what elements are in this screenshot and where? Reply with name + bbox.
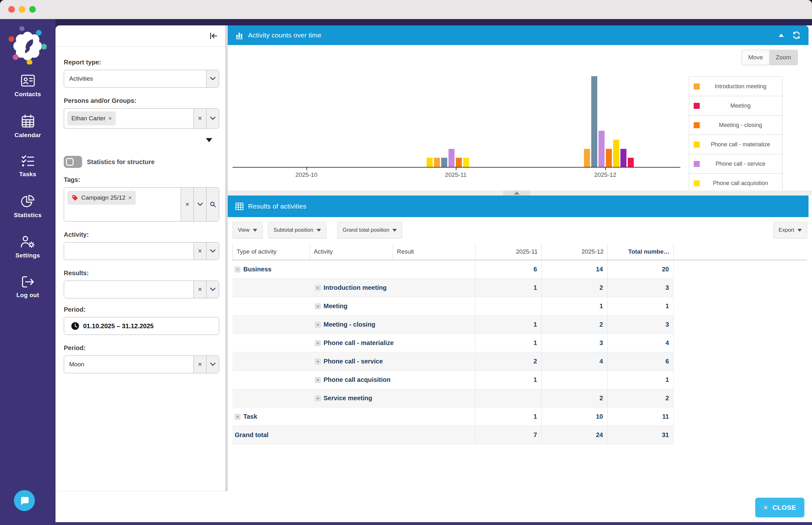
sidebar-item-calendar[interactable]: Calendar [0,114,56,139]
column-header[interactable]: 2025-11 [475,243,542,260]
legend-swatch [694,141,700,148]
table-row[interactable]: +Task11011 [233,408,674,426]
chart-bar[interactable] [441,158,447,167]
chart-bar[interactable] [434,158,440,167]
column-header[interactable]: Total numbe… [608,243,674,260]
table-row[interactable]: Grand total72431 [233,426,674,445]
chart-bar[interactable] [606,149,612,167]
legend-item[interactable]: Phone call acquisition [689,174,782,191]
chart-bar[interactable] [584,149,590,167]
chart-bar[interactable] [449,149,454,167]
window-minimize-icon[interactable] [19,6,25,13]
chevron-down-icon[interactable] [206,70,219,87]
column-header[interactable]: 2025-12 [542,243,608,260]
legend-item[interactable]: Meeting - closing [689,116,782,135]
chevron-down-icon[interactable] [206,356,219,373]
chevron-down-icon[interactable] [206,108,219,128]
expand-row-icon[interactable]: + [315,359,321,364]
refresh-icon[interactable] [792,31,801,40]
table-row[interactable]: +Introduction meeting123 [233,279,674,297]
table-row[interactable]: +Meeting - closing123 [233,315,674,334]
chart-bar[interactable] [591,76,597,167]
persons-multiselect[interactable]: Ethan Carter × × [64,108,219,129]
panel-splitter-horizontal[interactable] [228,191,812,196]
search-icon[interactable] [206,188,219,221]
person-chip[interactable]: Ethan Carter × [67,111,116,125]
chevron-down-icon[interactable] [206,281,219,298]
expand-row-icon[interactable]: + [315,322,321,328]
chat-button[interactable] [14,490,35,511]
chevron-down-icon[interactable] [193,188,206,221]
chart-zoom-button[interactable]: Zoom [769,50,797,65]
expand-row-icon[interactable]: + [315,285,321,291]
chart-bar[interactable] [621,149,626,167]
legend-item[interactable]: Phone call - materialize [689,135,782,154]
legend-swatch [694,180,700,186]
chart-bar[interactable] [427,158,433,167]
tags-multiselect[interactable]: Campaign 25/12 × × [64,187,219,222]
column-header[interactable]: Type of activity [233,243,310,260]
table-row[interactable]: +Service meeting22 [233,389,674,408]
legend-item[interactable]: Meeting [689,96,782,116]
tag-chip[interactable]: Campaign 25/12 × [67,191,136,205]
table-row[interactable]: −Business61420 [233,260,674,279]
chart-bar[interactable] [628,158,634,167]
clear-icon[interactable]: × [193,356,206,373]
sidebar-item-logout[interactable]: Log out [0,275,56,299]
expand-row-icon[interactable]: + [315,303,321,309]
row-value-cell: 6 [608,352,674,371]
chart-bar[interactable] [598,131,605,167]
legend-item[interactable]: Introduction meeting [689,77,782,96]
results-select[interactable]: × [64,281,219,298]
report-type-select[interactable]: Activities [64,70,219,88]
row-name-cell: +Introduction meeting [233,279,475,297]
chart-move-button[interactable]: Move [742,50,769,65]
table-row[interactable]: +Phone call - materialize134 [233,334,674,352]
results-label: Results: [64,269,219,277]
column-header[interactable]: Activity [310,243,393,260]
table-row[interactable]: +Phone call - service246 [233,352,674,371]
sidebar-item-tasks[interactable]: Tasks [0,154,56,178]
period-range-field[interactable]: 01.10.2025 – 31.12.2025 [64,317,219,335]
expand-more-row[interactable] [64,138,219,143]
table-row[interactable]: +Meeting11 [233,297,674,315]
chip-remove-icon[interactable]: × [128,195,131,201]
window-maximize-icon[interactable] [29,6,36,13]
sidebar-item-contacts[interactable]: Contacts [0,74,56,98]
clear-icon[interactable]: × [193,281,206,298]
splitter-collapse-tab[interactable] [503,191,530,196]
chevron-down-icon[interactable] [206,242,219,260]
expand-row-icon[interactable]: + [315,340,321,346]
period-select[interactable]: Moon × [64,356,219,373]
expand-row-icon[interactable]: + [315,377,321,383]
contacts-icon [20,74,35,88]
column-header[interactable]: Result [393,243,475,260]
panel-splitter-vertical[interactable] [225,25,228,491]
app-logo[interactable] [9,26,47,64]
chart-bar[interactable] [613,140,619,167]
table-row[interactable]: +Phone call acquisition11 [233,371,674,389]
activity-select[interactable]: × [64,242,219,260]
window-close-icon[interactable] [8,6,15,13]
structure-toggle[interactable] [64,156,82,168]
subtotal-position-button[interactable]: Subtotal position [268,222,326,238]
close-button[interactable]: × CLOSE [755,498,805,518]
expand-row-icon[interactable]: + [315,395,321,401]
collapse-panel-icon[interactable] [209,31,218,41]
chip-remove-icon[interactable]: × [108,115,112,122]
chart-bar[interactable] [463,158,469,167]
collapse-row-icon[interactable]: − [235,267,240,272]
collapse-widget-icon[interactable] [779,34,784,37]
chart-bar[interactable] [456,158,462,167]
legend-item[interactable]: Phone call - service [689,154,782,174]
expand-row-icon[interactable]: + [235,414,240,420]
sidebar-item-settings[interactable]: Settings [0,235,56,259]
clear-icon[interactable]: × [193,242,206,260]
grand-total-position-button[interactable]: Grand total position [337,222,402,238]
export-button[interactable]: Export [773,222,807,238]
view-button[interactable]: View [233,222,263,238]
clear-icon[interactable]: × [181,188,193,221]
sidebar-item-statistics[interactable]: Statistics [0,195,56,219]
clear-icon[interactable]: × [193,108,206,128]
row-label: Service meeting [324,394,372,402]
